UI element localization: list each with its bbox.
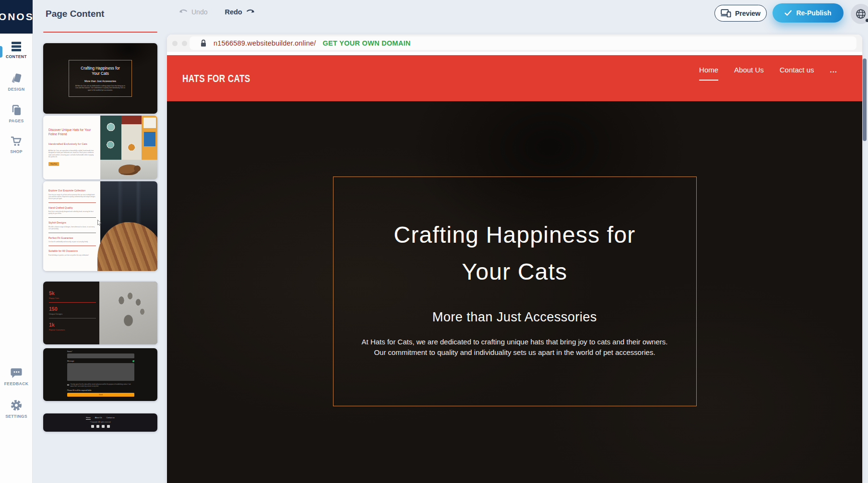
feature-section: Stylish Designs We offer a diverse range…: [48, 221, 96, 233]
preview-scrollbar[interactable]: [863, 59, 867, 141]
hero-selected-block-outline[interactable]: [333, 177, 697, 406]
feature-section: Suitable for All Occasions From birthday…: [48, 249, 96, 256]
photo-cat-fur: [97, 222, 157, 271]
thumb-features-text: Explore Our Exquisite Collection Dive in…: [43, 181, 100, 271]
site-logo[interactable]: HATS FOR CATS: [182, 72, 250, 85]
section-thumbnail-contact-form[interactable]: Name* Message I hereby agree that this d…: [43, 348, 157, 401]
site-header[interactable]: HATS FOR CATS Home About Us Contact us .…: [167, 55, 862, 101]
ionos-logo[interactable]: IONOS: [0, 0, 33, 34]
thumb-cat-fur-photo: [100, 181, 157, 271]
redo-button[interactable]: Redo: [225, 8, 254, 16]
section-thumbnail-footer[interactable]: Home About Us Contact us ©Copyright. All…: [43, 413, 157, 432]
thumb-shop-now-button: Shop Now: [48, 162, 59, 166]
preview-button[interactable]: Preview: [714, 5, 767, 22]
sidebar-item-feedback[interactable]: FEEDBACK: [0, 367, 33, 386]
youtube-icon: [102, 425, 105, 428]
form-send-button: Send: [67, 393, 134, 397]
sidebar-item-label: DESIGN: [0, 87, 33, 92]
thumb-cat-street-photo: [100, 116, 157, 179]
shop-cart-icon: [10, 135, 23, 147]
thumb-discover-heading: Discover Unique Hats for Your Feline Fri…: [48, 128, 96, 136]
devices-icon: [721, 9, 731, 17]
sidebar-item-label: PAGES: [0, 118, 33, 123]
thumb-footer-social-icons: [43, 425, 157, 428]
ionos-logo-text: IONOS: [0, 11, 33, 23]
settings-gear-icon: [10, 399, 23, 412]
nav-item-contact[interactable]: Contact us: [780, 66, 814, 80]
sidebar-item-shop[interactable]: SHOP: [0, 135, 33, 154]
section-thumbnail-discover[interactable]: Discover Unique Hats for Your Feline Fri…: [43, 116, 157, 179]
mouse-cursor: [97, 220, 103, 226]
republish-button[interactable]: Re-Publish: [773, 3, 844, 23]
undo-button[interactable]: Undo: [179, 8, 207, 16]
app-window: IONOS CONTENT DESIGN PAGES: [0, 0, 868, 483]
photo-poster: [121, 116, 142, 160]
form-required-note: Please fill in all the required fields: [67, 389, 134, 391]
sidebar-item-label: SHOP: [0, 149, 33, 154]
hero-body-text: At Hats for Cats, we are dedicated to cr…: [360, 337, 669, 357]
sidebar: IONOS CONTENT DESIGN PAGES: [0, 0, 33, 483]
section-thumbnail-stats[interactable]: 5k Happy Cats 150 Unique Designs 1k Repe…: [43, 282, 157, 344]
leaf-icon: [132, 360, 134, 362]
nav-item-home[interactable]: Home: [699, 66, 718, 81]
form-message-label: Message: [67, 360, 74, 362]
hero-title: Crafting Happiness for Your Cats: [299, 216, 731, 290]
twitter-icon: [96, 425, 99, 428]
thumb-discover-body: At Hats for Cats, we specialize in beaut…: [48, 150, 96, 158]
sidebar-item-design[interactable]: DESIGN: [0, 73, 33, 92]
site-nav: Home About Us Contact us ...: [699, 66, 837, 81]
globe-icon: [855, 8, 867, 20]
section-thumbnail-hero[interactable]: Crafting Happiness forYour Cats More tha…: [43, 43, 157, 114]
sidebar-item-label: CONTENT: [0, 54, 33, 59]
page-content-panel: Page Content Crafting Happiness forYour …: [33, 0, 167, 483]
pages-icon: [11, 105, 22, 116]
feature-section: Hand-Crafted Quality Each hat is meticul…: [48, 206, 96, 218]
thumb-discover-subheading: Handcrafted Exclusively for Cats: [48, 142, 96, 145]
thumb-pawprint-photo: [99, 282, 157, 344]
photo-cat: [119, 165, 139, 175]
thumb-footer-copyright: ©Copyright. All rights reserved: [43, 421, 157, 423]
form-name-label: Name*: [67, 351, 134, 353]
feature-section: Explore Our Exquisite Collection Dive in…: [48, 189, 96, 203]
feedback-bubble-icon: [10, 367, 23, 379]
thumb-hero-subtitle: More than Just Accessories: [69, 80, 131, 82]
thumb-stats-text: 5k Happy Cats 150 Unique Designs 1k Repe…: [43, 282, 99, 344]
address-bar[interactable]: n1566589.websitebuilder.online/ GET YOUR…: [190, 36, 856, 50]
facebook-icon: [91, 425, 94, 428]
chrome-divider: [167, 52, 862, 55]
sidebar-item-pages[interactable]: PAGES: [0, 105, 33, 123]
redo-icon: [246, 9, 255, 15]
sidebar-item-label: FEEDBACK: [0, 381, 33, 386]
section-thumbnail-features[interactable]: Explore Our Exquisite Collection Dive in…: [43, 181, 157, 271]
site-url[interactable]: n1566589.websitebuilder.online/: [214, 39, 316, 47]
hero-subtitle: More than Just Accessories: [347, 310, 683, 325]
site-preview-window: n1566589.websitebuilder.online/ GET YOUR…: [167, 35, 862, 483]
sidebar-item-content[interactable]: CONTENT: [0, 41, 33, 59]
undo-icon: [179, 9, 188, 15]
history-controls: Undo Redo: [179, 8, 255, 16]
stat-item: 5k Happy Cats: [49, 290, 95, 299]
panel-title-underline: [43, 32, 157, 33]
nav-item-about[interactable]: About Us: [734, 66, 764, 80]
stat-item: 150 Unique Designs: [49, 306, 95, 315]
nav-more-button[interactable]: ...: [830, 66, 837, 74]
thumb-hero-box: Crafting Happiness forYour Cats More tha…: [69, 60, 132, 97]
form-consent-checkbox: [67, 384, 69, 386]
sidebar-item-label: SETTINGS: [0, 414, 33, 419]
check-icon: [785, 10, 792, 16]
photo-poster: [142, 116, 157, 160]
form-consent-text: I hereby agree that this data will be st…: [71, 384, 135, 387]
language-globe-button[interactable]: [851, 4, 868, 24]
panel-title: Page Content: [46, 9, 104, 19]
lock-icon: [200, 39, 207, 47]
form-message-textarea: [67, 363, 134, 381]
feature-section: Perfect Fit Guarantee Our hats fit comfo…: [48, 236, 96, 247]
get-domain-link[interactable]: GET YOUR OWN DOMAIN: [322, 39, 410, 47]
thumb-hero-body: At Hats for Cats, we are dedicated to cr…: [75, 85, 125, 91]
thumb-hero-title: Crafting Happiness forYour Cats: [69, 66, 131, 76]
form-name-input: [67, 353, 134, 358]
thumb-discover-text: Discover Unique Hats for Your Feline Fri…: [43, 116, 100, 179]
instagram-icon: [107, 425, 110, 428]
hero-section[interactable]: Crafting Happiness for Your Cats More th…: [167, 101, 862, 483]
sidebar-item-settings[interactable]: SETTINGS: [0, 399, 33, 419]
